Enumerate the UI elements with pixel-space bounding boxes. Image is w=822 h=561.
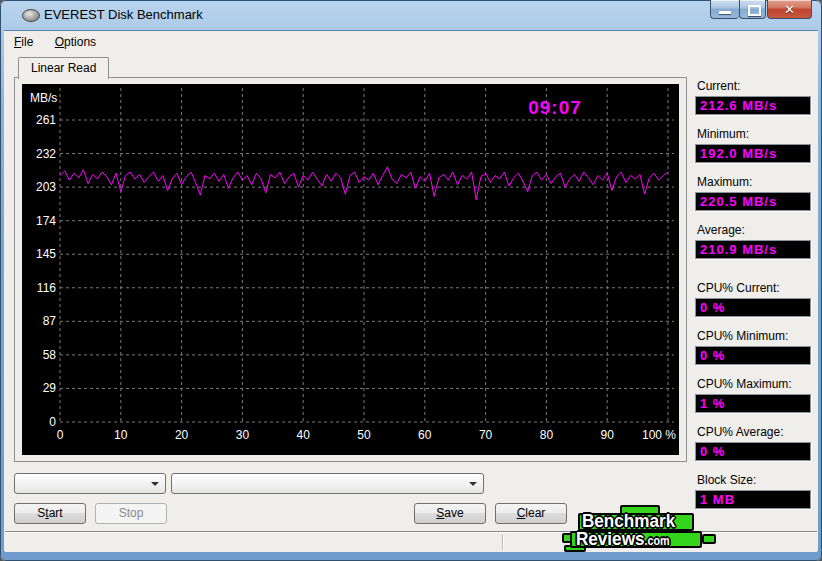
svg-text:203: 203 — [36, 180, 56, 194]
status-divider — [502, 534, 503, 550]
stat-value: 220.5 MB/s — [695, 192, 811, 211]
svg-text:116: 116 — [37, 281, 56, 295]
drive-select[interactable]: Disk Drive #4 [SST-TS07SuperSpeed] (111.… — [171, 473, 484, 494]
stat-label: Block Size: — [695, 473, 807, 487]
menu-bar: File Options — [5, 31, 817, 53]
svg-text:40: 40 — [297, 428, 311, 442]
stat-label: Maximum: — [695, 175, 807, 189]
maximize-button[interactable] — [739, 0, 766, 19]
stat-label: CPU% Average: — [695, 425, 807, 439]
window-title: EVEREST Disk Benchmark — [44, 7, 203, 22]
stat-cpu-maximum: CPU% Maximum: 1 % — [695, 377, 807, 417]
stat-current: Current: 212.6 MB/s — [695, 79, 807, 119]
stat-value: 0 % — [695, 346, 811, 365]
app-window: EVEREST Disk Benchmark ✕ File Options Li… — [0, 0, 822, 561]
svg-text:0: 0 — [57, 428, 64, 442]
logo-text-com: .com — [644, 534, 669, 548]
logo-text-reviews: Reviews.com — [576, 528, 670, 550]
save-button[interactable]: Save — [414, 503, 486, 524]
svg-text:58: 58 — [43, 348, 57, 362]
svg-text:100 %: 100 % — [642, 428, 676, 442]
minimize-icon — [719, 11, 731, 14]
svg-text:20: 20 — [175, 428, 189, 442]
svg-text:90: 90 — [601, 428, 615, 442]
benchmarkreviews-logo: Benchmark Reviews.com — [562, 505, 718, 549]
title-bar[interactable]: EVEREST Disk Benchmark ✕ — [0, 0, 822, 30]
stat-label: CPU% Minimum: — [695, 329, 807, 343]
stat-value: 0 % — [695, 298, 811, 317]
menu-file[interactable]: File — [5, 31, 42, 52]
stat-cpu-average: CPU% Average: 0 % — [695, 425, 807, 465]
chart-svg: MB/s261232203174145116875829001020304050… — [22, 84, 679, 455]
stat-value: 212.6 MB/s — [695, 96, 811, 115]
tab-linear-read[interactable]: Linear Read — [18, 57, 109, 79]
svg-text:09:07: 09:07 — [528, 97, 582, 118]
stat-label: CPU% Current: — [695, 281, 807, 295]
stat-label: CPU% Maximum: — [695, 377, 807, 391]
svg-text:70: 70 — [479, 428, 493, 442]
menu-options[interactable]: Options — [46, 31, 105, 52]
svg-text:87: 87 — [43, 314, 57, 328]
svg-text:0: 0 — [49, 415, 56, 429]
stat-label: Average: — [695, 223, 807, 237]
start-button[interactable]: Start — [14, 503, 86, 524]
svg-text:232: 232 — [36, 147, 56, 161]
stat-value: 1 % — [695, 394, 811, 413]
svg-text:29: 29 — [43, 381, 57, 395]
logo-block — [702, 534, 716, 544]
svg-text:261: 261 — [36, 113, 56, 127]
svg-text:MB/s: MB/s — [30, 91, 57, 105]
stat-value: 0 % — [695, 442, 811, 461]
stat-maximum: Maximum: 220.5 MB/s — [695, 175, 807, 215]
benchmark-chart: MB/s261232203174145116875829001020304050… — [22, 84, 679, 455]
stat-value: 192.0 MB/s — [695, 144, 811, 163]
stat-cpu-minimum: CPU% Minimum: 0 % — [695, 329, 807, 369]
chevron-down-icon — [151, 482, 159, 486]
stat-label: Minimum: — [695, 127, 807, 141]
stop-button[interactable]: Stop — [95, 503, 167, 524]
close-button[interactable]: ✕ — [767, 0, 812, 19]
stat-label: Current: — [695, 79, 807, 93]
svg-text:174: 174 — [36, 214, 56, 228]
stat-value: 210.9 MB/s — [695, 240, 811, 259]
svg-text:50: 50 — [357, 428, 371, 442]
minimize-button[interactable] — [710, 0, 739, 19]
stat-cpu-current: CPU% Current: 0 % — [695, 281, 807, 321]
benchmark-type-select[interactable]: Linear Read — [14, 473, 166, 494]
svg-text:80: 80 — [540, 428, 554, 442]
app-icon — [22, 9, 40, 22]
maximize-icon — [748, 5, 761, 16]
svg-text:145: 145 — [36, 247, 56, 261]
stat-average: Average: 210.9 MB/s — [695, 223, 807, 263]
chevron-down-icon — [469, 482, 477, 486]
stat-minimum: Minimum: 192.0 MB/s — [695, 127, 807, 167]
svg-text:10: 10 — [114, 428, 128, 442]
close-icon: ✕ — [768, 2, 811, 17]
svg-text:60: 60 — [418, 428, 432, 442]
svg-text:30: 30 — [236, 428, 250, 442]
clear-button[interactable]: Clear — [495, 503, 567, 524]
